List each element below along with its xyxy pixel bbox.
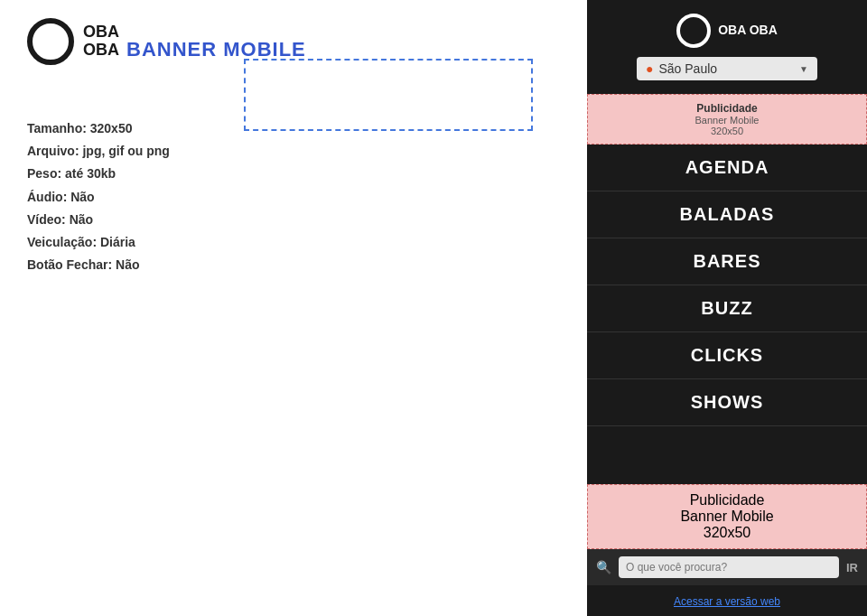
nav-item-clicks-label: CLICKS: [691, 345, 763, 366]
mobile-preview: OBA OBA ● São Paulo ▼ Publicidade Banner…: [587, 0, 867, 616]
nav-menu: AGENDA BALADAS BARES BUZZ CLICKS SHOWS: [587, 145, 867, 484]
top-ad-banner: Publicidade Banner Mobile 320x50: [587, 94, 867, 145]
info-arquivo: Arquivo: jpg, gif ou png: [27, 140, 170, 163]
access-web-link[interactable]: Acessar a versão web: [674, 595, 780, 608]
bottom-ad-size: 320x50: [592, 525, 862, 541]
city-name: São Paulo: [658, 61, 717, 76]
bottom-ad-sublabel: Banner Mobile: [592, 509, 862, 525]
nav-item-buzz[interactable]: BUZZ: [587, 285, 867, 332]
access-web-area: Acessar a versão web: [587, 585, 867, 616]
nav-item-buzz-label: BUZZ: [701, 298, 752, 319]
mobile-logo-line1: OBA: [718, 23, 746, 37]
city-selector-inner: ● São Paulo: [646, 61, 717, 76]
left-panel: OBA OBA BANNER MOBILE Tamanho: 320x50 Ar…: [0, 0, 587, 616]
info-veiculacao: Veiculação: Diária: [27, 231, 170, 254]
bottom-ad-label: Publicidade: [592, 492, 862, 509]
nav-item-shows-label: SHOWS: [691, 392, 764, 413]
bottom-ad-banner: Publicidade Banner Mobile 320x50: [587, 484, 867, 549]
nav-item-shows[interactable]: SHOWS: [587, 379, 867, 426]
logo-text: OBA OBA: [83, 23, 119, 60]
city-selector[interactable]: ● São Paulo ▼: [637, 57, 817, 80]
nav-item-agenda-label: AGENDA: [685, 157, 769, 178]
mobile-logo-line2: OBA: [750, 23, 778, 37]
info-botao: Botão Fechar: Não: [27, 254, 170, 276]
info-audio: Áudio: Não: [27, 186, 170, 209]
nav-item-baladas[interactable]: BALADAS: [587, 191, 867, 238]
info-peso: Peso: até 30kb: [27, 163, 170, 185]
nav-item-baladas-label: BALADAS: [680, 204, 775, 225]
info-panel: Tamanho: 320x50 Arquivo: jpg, gif ou png…: [27, 117, 170, 276]
search-go-button[interactable]: IR: [846, 561, 858, 574]
mobile-logo: OBA OBA: [676, 14, 778, 48]
logo-line1: OBA: [83, 23, 119, 42]
location-pin-icon: ●: [646, 61, 653, 76]
mobile-logo-text: OBA OBA: [718, 23, 778, 37]
nav-item-bares-label: BARES: [693, 251, 760, 272]
mobile-search-bar: 🔍 IR: [587, 549, 867, 585]
nav-item-agenda[interactable]: AGENDA: [587, 145, 867, 191]
banner-preview-box: [244, 59, 533, 131]
logo-circle: [27, 18, 74, 65]
nav-item-clicks[interactable]: CLICKS: [587, 332, 867, 379]
info-video: Vídeo: Não: [27, 209, 170, 231]
search-icon: 🔍: [596, 560, 611, 574]
info-tamanho: Tamanho: 320x50: [27, 117, 170, 140]
nav-item-bares[interactable]: BARES: [587, 238, 867, 285]
mobile-logo-circle-icon: [676, 14, 711, 48]
mobile-header: OBA OBA ● São Paulo ▼: [587, 0, 867, 89]
top-ad-sublabel: Banner Mobile: [592, 115, 862, 126]
search-input[interactable]: [619, 556, 839, 578]
top-ad-size: 320x50: [592, 126, 862, 136]
logo-line2: OBA: [83, 42, 119, 60]
top-ad-label: Publicidade: [592, 102, 862, 115]
dropdown-arrow-icon: ▼: [799, 64, 808, 74]
